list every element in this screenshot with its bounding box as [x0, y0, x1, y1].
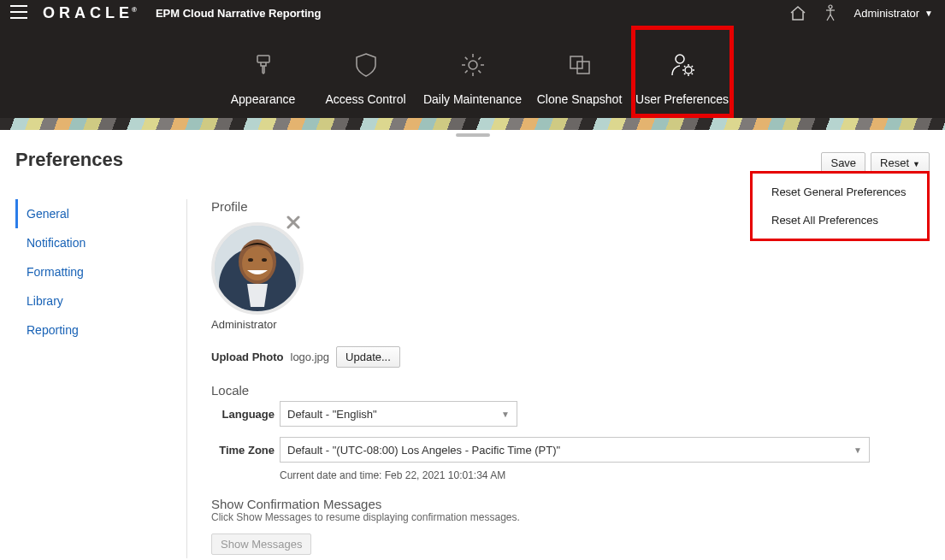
svg-point-9 [469, 61, 477, 69]
app-title: EPM Cloud Narrative Reporting [156, 7, 322, 20]
tab-library[interactable]: Library [15, 286, 186, 315]
svg-line-15 [478, 70, 481, 73]
tool-nav: Appearance Access Control Daily Maintena… [0, 26, 945, 118]
accessibility-icon[interactable] [824, 4, 837, 21]
timezone-select[interactable]: Default - "(UTC-08:00) Los Angeles - Pac… [280, 437, 870, 463]
svg-point-36 [242, 246, 273, 280]
svg-line-17 [478, 57, 481, 60]
nav-label: User Preferences [635, 92, 729, 106]
svg-marker-34 [247, 284, 268, 307]
nav-label: Appearance [231, 92, 296, 106]
user-menu[interactable]: Administrator ▼ [854, 7, 933, 20]
profile-name: Administrator [211, 318, 945, 331]
svg-line-16 [464, 70, 467, 73]
timezone-label: Time Zone [211, 444, 275, 457]
nav-label: Clone Snapshot [537, 92, 623, 106]
nav-appearance[interactable]: Appearance [212, 26, 315, 118]
svg-point-37 [248, 258, 253, 262]
svg-rect-18 [570, 56, 582, 68]
language-value: Default - "English" [287, 408, 377, 421]
nav-clone-snapshot[interactable]: Clone Snapshot [529, 26, 631, 118]
tab-notification[interactable]: Notification [15, 228, 186, 257]
svg-line-27 [691, 74, 692, 74]
svg-line-7 [830, 15, 834, 21]
oracle-logo: ORACLE® [43, 4, 137, 22]
svg-line-14 [464, 57, 467, 60]
decor-stripe [0, 118, 945, 130]
locale-section-title: Locale [211, 383, 945, 398]
upload-filename: logo.jpg [291, 351, 330, 363]
reset-general-option[interactable]: Reset General Preferences [771, 186, 908, 198]
language-label: Language [211, 408, 275, 421]
nav-user-preferences[interactable]: User Preferences [631, 26, 734, 118]
caret-down-icon: ▼ [913, 160, 920, 168]
nav-label: Daily Maintenance [423, 92, 522, 106]
top-bar: ORACLE® EPM Cloud Narrative Reporting Ad… [0, 0, 945, 26]
reset-button-label: Reset [880, 156, 909, 169]
tab-formatting[interactable]: Formatting [15, 257, 186, 286]
close-icon[interactable] [286, 215, 300, 232]
svg-rect-19 [577, 62, 589, 74]
tab-general[interactable]: General [15, 199, 186, 228]
svg-line-29 [691, 66, 692, 67]
clone-icon [567, 48, 593, 82]
svg-rect-8 [257, 56, 269, 62]
update-button[interactable]: Update... [336, 346, 400, 368]
language-select[interactable]: Default - "English" ▼ [280, 401, 517, 427]
svg-point-38 [262, 258, 267, 262]
side-tabs: General Notification Formatting Library … [15, 199, 187, 558]
svg-line-26 [684, 66, 685, 67]
show-messages-button[interactable]: Show Messages [211, 533, 311, 555]
svg-point-3 [829, 5, 832, 9]
page-title: Preferences [15, 149, 123, 171]
reset-all-option[interactable]: Reset All Preferences [771, 214, 908, 227]
nav-label: Access Control [325, 92, 405, 106]
avatar [211, 222, 304, 315]
brush-icon [251, 48, 276, 82]
messages-section-title: Show Confirmation Messages [211, 497, 945, 511]
home-icon[interactable] [789, 5, 806, 21]
svg-point-20 [676, 55, 684, 63]
gear-icon [460, 48, 486, 82]
svg-line-6 [827, 15, 830, 21]
hamburger-icon[interactable] [10, 5, 27, 21]
tab-reporting[interactable]: Reporting [15, 315, 186, 345]
svg-point-21 [685, 67, 692, 74]
current-datetime: Current date and time: Feb 22, 2021 10:0… [280, 469, 945, 481]
user-menu-label: Administrator [854, 7, 920, 20]
reset-menu: Reset General Preferences Reset All Pref… [750, 171, 930, 241]
nav-daily-maintenance[interactable]: Daily Maintenance [417, 26, 529, 118]
svg-line-28 [684, 74, 685, 74]
messages-help-text: Click Show Messages to resume displaying… [211, 511, 945, 523]
nav-access-control[interactable]: Access Control [315, 26, 417, 118]
chevron-down-icon: ▼ [501, 410, 510, 419]
user-gear-icon [669, 48, 696, 82]
caret-down-icon: ▼ [924, 9, 933, 18]
timezone-value: Default - "(UTC-08:00) Los Angeles - Pac… [287, 444, 560, 457]
upload-photo-label: Upload Photo [211, 351, 284, 363]
chevron-down-icon: ▼ [853, 445, 862, 455]
shield-icon [354, 48, 378, 82]
